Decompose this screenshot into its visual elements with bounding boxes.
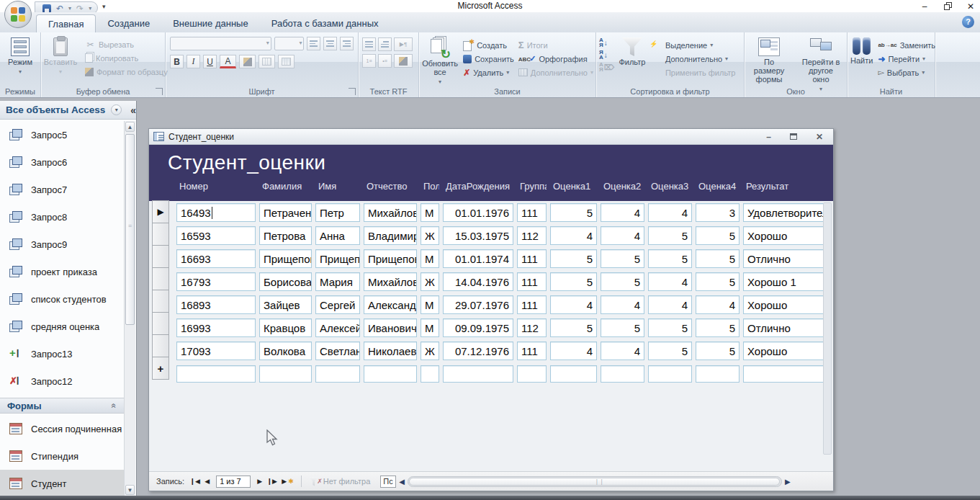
cell-Фамилия[interactable]: Зайцев	[259, 295, 312, 314]
cell-Оценка2[interactable]: 4	[601, 341, 644, 360]
sidebar-item[interactable]: Запрос12	[0, 367, 124, 395]
font-color-icon[interactable]: A	[220, 55, 236, 68]
cell-Результат[interactable]: Хорошо 1	[743, 272, 828, 291]
numbering-icon[interactable]: 1≡	[362, 54, 376, 68]
font-size-select[interactable]	[274, 37, 305, 50]
goto-button[interactable]: ➜Перейти▾	[876, 52, 938, 66]
cell-Фамилия[interactable]: Петрова	[259, 226, 312, 245]
cell-ДатаРождения[interactable]: 29.07.1976	[443, 295, 513, 314]
navigation-pane-header[interactable]: Все объекты Access ▾ «	[0, 101, 136, 120]
tab-sozdanie[interactable]: Создание	[96, 14, 161, 32]
empty-cell-Оценка4[interactable]	[696, 365, 740, 383]
cell-Оценка3[interactable]: 4	[648, 203, 692, 222]
scroll-down-icon[interactable]: ▼	[125, 485, 135, 495]
empty-cell-ДатаРождения[interactable]	[443, 365, 513, 383]
advanced-filter-button[interactable]: Дополнительно▾	[649, 52, 738, 66]
empty-cell-Группа[interactable]	[517, 365, 547, 383]
app-minimize-icon[interactable]: –	[920, 1, 930, 12]
new-record-icon[interactable]: ▶	[278, 478, 290, 485]
help-icon[interactable]: ?	[962, 16, 974, 28]
cell-Пол[interactable]: М	[421, 249, 439, 268]
cell-Оценка4[interactable]: 3	[696, 203, 740, 222]
cell-Группа[interactable]: 112	[517, 318, 547, 337]
scroll-up-icon[interactable]: ▲	[125, 122, 135, 132]
cell-Номер[interactable]: 17093	[176, 341, 256, 360]
section-collapse-icon[interactable]: «	[109, 403, 120, 409]
previous-record-icon[interactable]: ◀	[201, 478, 213, 485]
cell-Оценка2[interactable]: 4	[601, 226, 644, 245]
sidebar-item[interactable]: Запрос7	[0, 176, 124, 203]
cell-Отчество[interactable]: Николаевн	[364, 341, 417, 360]
font-name-select[interactable]	[170, 37, 271, 50]
empty-cell-Результат[interactable]	[743, 365, 828, 383]
clear-sort-icon[interactable]: АЯ⌦	[599, 62, 614, 72]
empty-cell-Имя[interactable]	[315, 365, 360, 383]
cell-Отчество[interactable]: Прищепов	[364, 249, 417, 268]
spelling-button[interactable]: ABCОрфография	[516, 52, 595, 66]
cell-Оценка3[interactable]: 5	[648, 249, 692, 268]
cell-Отчество[interactable]: Александр	[364, 295, 417, 314]
undo-dropdown-icon[interactable]: ▾	[68, 5, 71, 12]
hscroll-thumb[interactable]	[409, 478, 780, 486]
collapse-pane-icon[interactable]: «	[130, 104, 136, 116]
cell-Пол[interactable]: М	[421, 203, 439, 222]
alternate-fill-icon[interactable]	[278, 55, 295, 68]
first-record-icon[interactable]: ◀	[189, 478, 201, 485]
sidebar-item[interactable]: проект приказа	[0, 258, 124, 285]
cell-Фамилия[interactable]: Прищепов	[259, 249, 312, 268]
cell-Оценка1[interactable]: 5	[550, 272, 597, 291]
cell-ДатаРождения[interactable]: 01.01.1976	[443, 203, 513, 222]
cell-Имя[interactable]: Анна	[315, 226, 360, 245]
cell-Оценка1[interactable]: 5	[550, 249, 597, 268]
cell-Пол[interactable]: Ж	[421, 341, 439, 360]
empty-cell-Номер[interactable]	[176, 365, 256, 383]
sidebar-item[interactable]: средняя оценка	[0, 313, 124, 340]
cell-Группа[interactable]: 111	[517, 272, 547, 291]
sidebar-item[interactable]: список студентов	[0, 285, 124, 313]
fill-color-icon[interactable]	[239, 55, 256, 68]
sidebar-item[interactable]: Запрос13	[0, 340, 124, 367]
cell-Оценка3[interactable]: 5	[648, 318, 692, 337]
bullets-icon[interactable]: •≡	[378, 54, 392, 68]
cell-Оценка4[interactable]: 4	[696, 295, 740, 314]
cell-Результат[interactable]: Отлично	[743, 249, 828, 268]
cell-Оценка4[interactable]: 5	[696, 318, 740, 337]
format-painter-button[interactable]: Формат по образцу	[83, 65, 170, 79]
app-close-icon[interactable]: ✕	[966, 1, 976, 12]
search-input[interactable]: Пс	[380, 476, 396, 488]
copy-button[interactable]: Копировать	[83, 51, 170, 65]
sidebar-item[interactable]: Запрос9	[0, 231, 124, 258]
cell-Имя[interactable]: Алексей	[315, 318, 360, 337]
cell-Оценка4[interactable]: 5	[696, 341, 740, 360]
cell-Оценка1[interactable]: 5	[550, 318, 597, 337]
cell-Группа[interactable]: 112	[517, 226, 547, 245]
select-button[interactable]: ▻Выбрать▾	[876, 66, 938, 79]
redo-icon[interactable]: ↷	[76, 4, 84, 13]
cell-Номер[interactable]: 16493	[176, 203, 256, 222]
empty-cell-Оценка1[interactable]	[550, 365, 597, 383]
cell-Отчество[interactable]: Иванович	[364, 318, 417, 337]
cell-Группа[interactable]: 111	[517, 341, 547, 360]
cell-Имя[interactable]: Петр	[315, 203, 360, 222]
cell-Номер[interactable]: 16593	[176, 226, 256, 245]
italic-button[interactable]: I	[186, 55, 200, 68]
horizontal-scrollbar[interactable]	[408, 476, 782, 487]
cell-Фамилия[interactable]: Кравцов	[259, 318, 312, 337]
dialog-launcher-icon[interactable]	[156, 88, 163, 95]
cell-Пол[interactable]: Ж	[421, 226, 439, 245]
bold-button[interactable]: B	[170, 55, 184, 68]
mode-button[interactable]: Режим ▾	[0, 35, 40, 76]
scrollbar-thumb[interactable]	[125, 134, 135, 325]
cell-Оценка2[interactable]: 5	[601, 272, 644, 291]
cell-Группа[interactable]: 111	[517, 249, 547, 268]
cell-Номер[interactable]: 16893	[176, 295, 256, 314]
cell-Оценка3[interactable]: 4	[648, 272, 692, 291]
sidebar-item[interactable]: Запрос8	[0, 203, 124, 231]
cell-Фамилия[interactable]: Волкова	[259, 341, 312, 360]
cell-Оценка3[interactable]: 4	[648, 295, 692, 314]
cell-Оценка3[interactable]: 5	[648, 226, 692, 245]
cell-Пол[interactable]: М	[421, 295, 439, 314]
cell-Оценка4[interactable]: 5	[696, 272, 740, 291]
indent-decrease-icon[interactable]	[362, 37, 376, 51]
redo-dropdown-icon[interactable]: ▾	[89, 5, 91, 12]
